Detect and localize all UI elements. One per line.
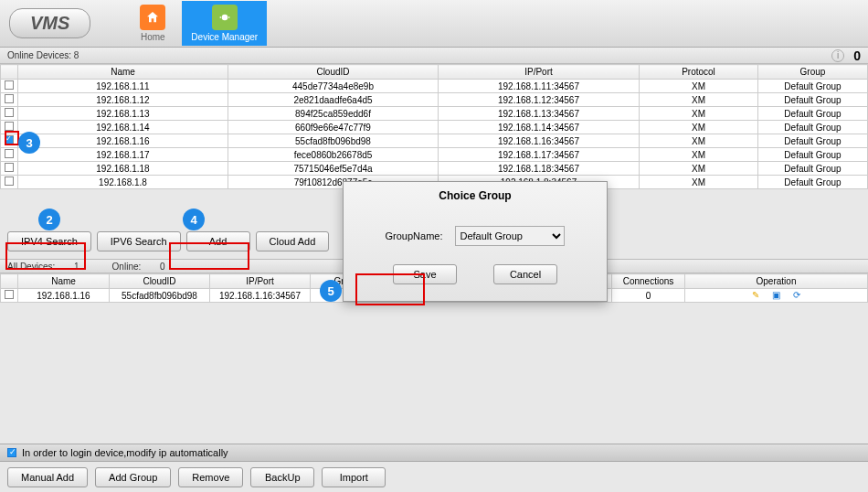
cell-protocol: XM: [640, 107, 758, 121]
cell-cloudid: 660f9e66e47c77f9: [228, 121, 439, 134]
cell-protocol: XM: [640, 162, 758, 176]
column-header[interactable]: [1, 274, 18, 289]
dialog-title: Choice Group: [344, 182, 607, 209]
choice-group-dialog: Choice Group GroupName: Default Group Sa…: [343, 181, 608, 302]
cell-cloudid: 55cfad8fb096bd98: [228, 134, 439, 148]
table-row[interactable]: 192.168.1.12 2e821daadfe6a4d5 192.168.1.…: [1, 93, 868, 107]
cell-ipport: 192.168.1.16:34567: [210, 289, 311, 303]
row-checkbox[interactable]: [5, 122, 14, 131]
svg-point-0: [221, 15, 228, 21]
all-devices-count: 1: [74, 262, 79, 272]
ipv6-search-button[interactable]: IPV6 Search: [97, 231, 181, 251]
add-group-button[interactable]: Add Group: [95, 467, 171, 487]
cell-group: Default Group: [758, 148, 868, 162]
cell-ipport: 192.168.1.13:34567: [439, 107, 640, 121]
column-header[interactable]: IP/Port: [210, 274, 311, 289]
cell-name: 192.168.1.14: [18, 121, 228, 134]
cell-operation: ✎ ▣ ⟳: [685, 289, 868, 303]
cloud-add-button[interactable]: Cloud Add: [256, 231, 330, 251]
cell-name: 192.168.1.11: [18, 80, 228, 93]
groupname-label: GroupName:: [386, 230, 443, 241]
auto-ip-checkbox[interactable]: [7, 448, 16, 457]
cell-protocol: XM: [640, 80, 758, 93]
row-checkbox[interactable]: [5, 135, 14, 144]
column-header[interactable]: Group: [758, 65, 868, 80]
table-row[interactable]: 192.168.1.18 75715046ef5e7d4a 192.168.1.…: [1, 162, 868, 176]
row-checkbox[interactable]: [5, 80, 14, 90]
table-row[interactable]: 192.168.1.14 660f9e66e47c77f9 192.168.1.…: [1, 121, 868, 134]
cell-ipport: 192.168.1.11:34567: [439, 80, 640, 93]
nav-device-manager[interactable]: Device Manager: [182, 1, 267, 46]
cell-group: Default Group: [758, 80, 868, 93]
cell-ipport: 192.168.1.18:34567: [439, 162, 640, 176]
cell-group: Default Group: [758, 176, 868, 189]
row-checkbox[interactable]: [5, 163, 14, 172]
cell-name: 192.168.1.16: [18, 289, 110, 303]
bottom-action-bar: Manual AddAdd GroupRemoveBackUpImport: [0, 462, 868, 492]
cell-protocol: XM: [640, 121, 758, 134]
cell-group: Default Group: [758, 162, 868, 176]
table-row[interactable]: 192.168.1.17 fece0860b26678d5 192.168.1.…: [1, 148, 868, 162]
home-icon: [140, 5, 165, 30]
remove-button[interactable]: Remove: [178, 467, 243, 487]
cell-protocol: XM: [640, 148, 758, 162]
cell-ipport: 192.168.1.14:34567: [439, 121, 640, 134]
cell-cloudid: 2e821daadfe6a4d5: [228, 93, 439, 107]
row-checkbox[interactable]: [5, 94, 14, 103]
ipv4-search-button[interactable]: IPV4 Search: [7, 231, 91, 251]
cell-name: 192.168.1.8: [18, 176, 228, 189]
edit-icon[interactable]: ✎: [750, 290, 761, 301]
row-checkbox[interactable]: [5, 290, 14, 299]
logo: VMS: [9, 8, 90, 38]
video-icon[interactable]: ▣: [771, 290, 782, 301]
online-devices-bar: Online Devices: 8 i 0: [0, 48, 868, 64]
manual-add-button[interactable]: Manual Add: [7, 467, 88, 487]
groupname-select[interactable]: Default Group: [455, 226, 565, 246]
info-icon[interactable]: i: [831, 49, 844, 62]
online-devices-count: 8: [74, 50, 79, 60]
empty-area: [0, 303, 868, 444]
column-header[interactable]: Name: [18, 65, 228, 80]
refresh-icon[interactable]: ⟳: [791, 290, 802, 301]
auto-ip-label: In order to login device,modify ip autom…: [22, 447, 228, 458]
cell-cloudid: 55cfad8fb096bd98: [110, 289, 210, 303]
table-row[interactable]: 192.168.1.13 894f25ca859edd6f 192.168.1.…: [1, 107, 868, 121]
row-checkbox[interactable]: [5, 108, 14, 117]
backup-button[interactable]: BackUp: [250, 467, 314, 487]
column-header[interactable]: CloudID: [110, 274, 210, 289]
nav-home[interactable]: Home: [131, 1, 175, 46]
import-button[interactable]: Import: [322, 467, 386, 487]
table-row[interactable]: 192.168.1.16 55cfad8fb096bd98 192.168.1.…: [1, 134, 868, 148]
cancel-button[interactable]: Cancel: [493, 264, 557, 284]
cell-group: Default Group: [758, 121, 868, 134]
column-header[interactable]: Name: [18, 274, 110, 289]
right-count: 0: [853, 48, 861, 63]
cell-name: 192.168.1.18: [18, 162, 228, 176]
cell-cloudid: 894f25ca859edd6f: [228, 107, 439, 121]
cell-cloudid: 75715046ef5e7d4a: [228, 162, 439, 176]
row-checkbox[interactable]: [5, 176, 14, 186]
row-checkbox[interactable]: [5, 149, 14, 158]
column-header[interactable]: Protocol: [640, 65, 758, 80]
cell-ipport: 192.168.1.12:34567: [439, 93, 640, 107]
cell-ipport: 192.168.1.17:34567: [439, 148, 640, 162]
table-row[interactable]: 192.168.1.11 445de7734a4e8e9b 192.168.1.…: [1, 80, 868, 93]
cell-group: Default Group: [758, 134, 868, 148]
save-button[interactable]: Save: [393, 264, 457, 284]
column-header[interactable]: Operation: [685, 274, 868, 289]
column-header[interactable]: CloudID: [228, 65, 439, 80]
all-devices-label: All Devices:: [7, 262, 55, 272]
cell-connections: 0: [612, 289, 685, 303]
cell-name: 192.168.1.13: [18, 107, 228, 121]
column-header[interactable]: IP/Port: [439, 65, 640, 80]
column-header[interactable]: Connections: [612, 274, 685, 289]
online-label2: Online:: [112, 262, 142, 272]
nav-device-label: Device Manager: [191, 32, 258, 42]
header-bar: VMS Home Device Manager: [0, 0, 868, 48]
cell-ipport: 192.168.1.16:34567: [439, 134, 640, 148]
cell-group: Default Group: [758, 93, 868, 107]
column-header[interactable]: [1, 65, 18, 80]
device-icon: [212, 5, 238, 30]
add-button[interactable]: Add: [186, 231, 250, 251]
nav-home-label: Home: [141, 32, 165, 42]
